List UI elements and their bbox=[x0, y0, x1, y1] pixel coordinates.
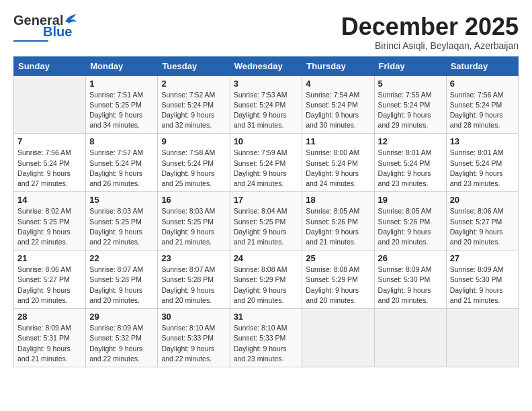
table-row: 22Sunrise: 8:07 AMSunset: 5:28 PMDayligh… bbox=[86, 250, 158, 309]
day-info: Sunrise: 8:00 AMSunset: 5:24 PMDaylight:… bbox=[306, 148, 370, 189]
day-info: Sunrise: 8:07 AMSunset: 5:28 PMDaylight:… bbox=[161, 265, 226, 306]
table-row: 1Sunrise: 7:51 AMSunset: 5:25 PMDaylight… bbox=[86, 75, 158, 134]
day-number: 23 bbox=[161, 253, 226, 263]
calendar-week-1: 7Sunrise: 7:56 AMSunset: 5:24 PMDaylight… bbox=[14, 134, 519, 192]
table-row bbox=[374, 309, 446, 367]
day-info: Sunrise: 8:10 AMSunset: 5:33 PMDaylight:… bbox=[234, 323, 299, 364]
day-info: Sunrise: 8:09 AMSunset: 5:31 PMDaylight:… bbox=[17, 323, 82, 364]
day-info: Sunrise: 7:58 AMSunset: 5:24 PMDaylight:… bbox=[161, 148, 226, 189]
day-number: 19 bbox=[378, 195, 443, 205]
day-number: 9 bbox=[161, 136, 226, 146]
table-row: 14Sunrise: 8:02 AMSunset: 5:25 PMDayligh… bbox=[14, 192, 86, 250]
table-row bbox=[446, 309, 518, 367]
day-number: 5 bbox=[378, 79, 443, 89]
header-sunday: Sunday bbox=[14, 56, 86, 75]
logo-blue: Blue bbox=[43, 24, 72, 40]
table-row: 9Sunrise: 7:58 AMSunset: 5:24 PMDaylight… bbox=[158, 134, 230, 192]
logo-bird-icon bbox=[64, 13, 79, 25]
header: General Blue December 2025 Birinci Asiql… bbox=[13, 13, 519, 51]
day-number: 2 bbox=[161, 79, 226, 89]
day-number: 24 bbox=[234, 253, 299, 263]
table-row: 3Sunrise: 7:53 AMSunset: 5:24 PMDaylight… bbox=[230, 75, 302, 134]
day-info: Sunrise: 8:07 AMSunset: 5:28 PMDaylight:… bbox=[89, 265, 154, 306]
day-number: 11 bbox=[306, 136, 370, 146]
day-info: Sunrise: 8:04 AMSunset: 5:25 PMDaylight:… bbox=[234, 206, 299, 247]
day-info: Sunrise: 8:08 AMSunset: 5:29 PMDaylight:… bbox=[306, 265, 370, 306]
table-row bbox=[14, 75, 86, 134]
day-number: 4 bbox=[306, 79, 370, 89]
day-number: 22 bbox=[89, 253, 154, 263]
day-number: 27 bbox=[450, 253, 515, 263]
calendar-week-2: 14Sunrise: 8:02 AMSunset: 5:25 PMDayligh… bbox=[14, 192, 519, 250]
table-row: 5Sunrise: 7:55 AMSunset: 5:24 PMDaylight… bbox=[374, 75, 446, 134]
calendar-week-3: 21Sunrise: 8:06 AMSunset: 5:27 PMDayligh… bbox=[14, 250, 519, 309]
day-number: 7 bbox=[17, 136, 82, 146]
day-info: Sunrise: 8:05 AMSunset: 5:26 PMDaylight:… bbox=[306, 206, 370, 247]
day-info: Sunrise: 7:57 AMSunset: 5:24 PMDaylight:… bbox=[89, 148, 154, 189]
day-info: Sunrise: 8:06 AMSunset: 5:27 PMDaylight:… bbox=[450, 206, 515, 247]
table-row: 31Sunrise: 8:10 AMSunset: 5:33 PMDayligh… bbox=[230, 309, 302, 367]
day-info: Sunrise: 7:59 AMSunset: 5:24 PMDaylight:… bbox=[234, 148, 299, 189]
header-saturday: Saturday bbox=[446, 56, 518, 75]
day-number: 6 bbox=[450, 79, 515, 89]
day-info: Sunrise: 7:52 AMSunset: 5:24 PMDaylight:… bbox=[161, 90, 226, 131]
day-info: Sunrise: 7:55 AMSunset: 5:24 PMDaylight:… bbox=[378, 90, 443, 131]
table-row: 23Sunrise: 8:07 AMSunset: 5:28 PMDayligh… bbox=[158, 250, 230, 309]
day-number: 13 bbox=[450, 136, 515, 146]
day-number: 12 bbox=[378, 136, 443, 146]
day-number: 18 bbox=[306, 195, 370, 205]
day-info: Sunrise: 8:03 AMSunset: 5:25 PMDaylight:… bbox=[89, 206, 154, 247]
header-monday: Monday bbox=[86, 56, 158, 75]
day-number: 31 bbox=[234, 312, 299, 322]
logo-underline bbox=[13, 40, 48, 42]
day-info: Sunrise: 8:05 AMSunset: 5:26 PMDaylight:… bbox=[378, 206, 443, 247]
table-row: 2Sunrise: 7:52 AMSunset: 5:24 PMDaylight… bbox=[158, 75, 230, 134]
day-number: 28 bbox=[17, 312, 82, 322]
day-number: 20 bbox=[450, 195, 515, 205]
day-number: 21 bbox=[17, 253, 82, 263]
header-friday: Friday bbox=[374, 56, 446, 75]
calendar-week-4: 28Sunrise: 8:09 AMSunset: 5:31 PMDayligh… bbox=[14, 309, 519, 367]
month-title: December 2025 bbox=[341, 13, 519, 40]
day-number: 15 bbox=[89, 195, 154, 205]
table-row: 27Sunrise: 8:09 AMSunset: 5:30 PMDayligh… bbox=[446, 250, 518, 309]
day-info: Sunrise: 8:03 AMSunset: 5:25 PMDaylight:… bbox=[161, 206, 226, 247]
table-row: 12Sunrise: 8:01 AMSunset: 5:24 PMDayligh… bbox=[374, 134, 446, 192]
table-row: 28Sunrise: 8:09 AMSunset: 5:31 PMDayligh… bbox=[14, 309, 86, 367]
header-tuesday: Tuesday bbox=[158, 56, 230, 75]
table-row: 13Sunrise: 8:01 AMSunset: 5:24 PMDayligh… bbox=[446, 134, 518, 192]
day-number: 16 bbox=[161, 195, 226, 205]
day-number: 25 bbox=[306, 253, 370, 263]
day-info: Sunrise: 7:51 AMSunset: 5:25 PMDaylight:… bbox=[89, 90, 154, 131]
calendar-week-0: 1Sunrise: 7:51 AMSunset: 5:25 PMDaylight… bbox=[14, 75, 519, 134]
day-info: Sunrise: 8:02 AMSunset: 5:25 PMDaylight:… bbox=[17, 206, 82, 247]
day-info: Sunrise: 8:06 AMSunset: 5:27 PMDaylight:… bbox=[17, 265, 82, 306]
day-number: 29 bbox=[89, 312, 154, 322]
day-info: Sunrise: 8:10 AMSunset: 5:33 PMDaylight:… bbox=[161, 323, 226, 364]
day-info: Sunrise: 7:53 AMSunset: 5:24 PMDaylight:… bbox=[234, 90, 299, 131]
header-thursday: Thursday bbox=[302, 56, 374, 75]
table-row: 29Sunrise: 8:09 AMSunset: 5:32 PMDayligh… bbox=[86, 309, 158, 367]
table-row: 11Sunrise: 8:00 AMSunset: 5:24 PMDayligh… bbox=[302, 134, 374, 192]
day-number: 14 bbox=[17, 195, 82, 205]
table-row: 8Sunrise: 7:57 AMSunset: 5:24 PMDaylight… bbox=[86, 134, 158, 192]
day-info: Sunrise: 8:01 AMSunset: 5:24 PMDaylight:… bbox=[450, 148, 515, 189]
day-number: 1 bbox=[89, 79, 154, 89]
table-row: 26Sunrise: 8:09 AMSunset: 5:30 PMDayligh… bbox=[374, 250, 446, 309]
day-info: Sunrise: 8:09 AMSunset: 5:32 PMDaylight:… bbox=[89, 323, 154, 364]
table-row: 6Sunrise: 7:56 AMSunset: 5:24 PMDaylight… bbox=[446, 75, 518, 134]
day-number: 26 bbox=[378, 253, 443, 263]
table-row: 18Sunrise: 8:05 AMSunset: 5:26 PMDayligh… bbox=[302, 192, 374, 250]
day-info: Sunrise: 7:54 AMSunset: 5:24 PMDaylight:… bbox=[306, 90, 370, 131]
table-row: 4Sunrise: 7:54 AMSunset: 5:24 PMDaylight… bbox=[302, 75, 374, 134]
page-container: General Blue December 2025 Birinci Asiql… bbox=[13, 13, 519, 367]
table-row bbox=[302, 309, 374, 367]
day-number: 17 bbox=[234, 195, 299, 205]
day-info: Sunrise: 8:08 AMSunset: 5:29 PMDaylight:… bbox=[234, 265, 299, 306]
table-row: 15Sunrise: 8:03 AMSunset: 5:25 PMDayligh… bbox=[86, 192, 158, 250]
day-info: Sunrise: 8:09 AMSunset: 5:30 PMDaylight:… bbox=[378, 265, 443, 306]
day-number: 30 bbox=[161, 312, 226, 322]
day-info: Sunrise: 7:56 AMSunset: 5:24 PMDaylight:… bbox=[450, 90, 515, 131]
table-row: 7Sunrise: 7:56 AMSunset: 5:24 PMDaylight… bbox=[14, 134, 86, 192]
day-number: 10 bbox=[234, 136, 299, 146]
